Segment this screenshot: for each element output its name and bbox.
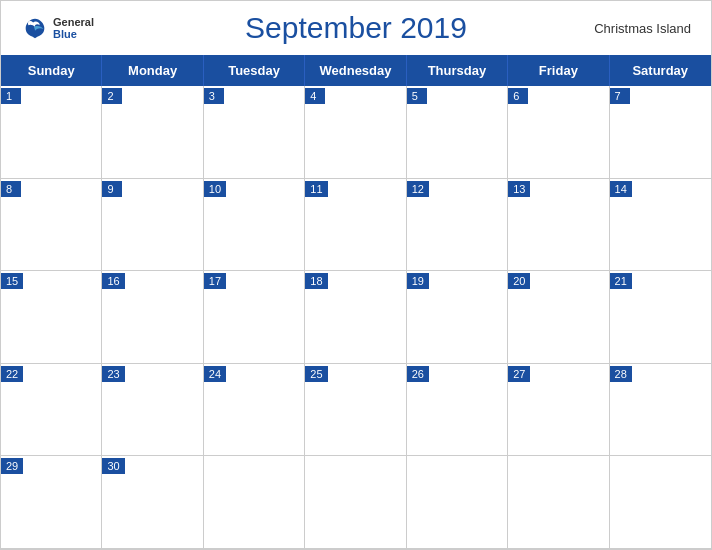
day-cell: 23 bbox=[102, 364, 203, 457]
day-cell bbox=[204, 456, 305, 549]
day-number: 12 bbox=[407, 181, 429, 197]
day-number: 9 bbox=[102, 181, 122, 197]
header-saturday: Saturday bbox=[610, 55, 711, 86]
day-number: 16 bbox=[102, 273, 124, 289]
day-cell: 8 bbox=[1, 179, 102, 272]
day-number: 22 bbox=[1, 366, 23, 382]
day-cell: 15 bbox=[1, 271, 102, 364]
calendar-grid: 1234567891011121314151617181920212223242… bbox=[1, 86, 711, 549]
calendar: General Blue September 2019 Christmas Is… bbox=[0, 0, 712, 550]
day-number: 17 bbox=[204, 273, 226, 289]
day-cell: 27 bbox=[508, 364, 609, 457]
day-cell: 28 bbox=[610, 364, 711, 457]
day-number: 26 bbox=[407, 366, 429, 382]
day-cell: 1 bbox=[1, 86, 102, 179]
logo-bird-icon bbox=[21, 14, 49, 42]
day-cell: 22 bbox=[1, 364, 102, 457]
day-cell: 29 bbox=[1, 456, 102, 549]
day-number: 24 bbox=[204, 366, 226, 382]
day-cell bbox=[407, 456, 508, 549]
day-cell: 12 bbox=[407, 179, 508, 272]
day-cell: 17 bbox=[204, 271, 305, 364]
day-number: 2 bbox=[102, 88, 122, 104]
day-cell bbox=[508, 456, 609, 549]
header-friday: Friday bbox=[508, 55, 609, 86]
day-number: 23 bbox=[102, 366, 124, 382]
day-number: 11 bbox=[305, 181, 327, 197]
day-number: 8 bbox=[1, 181, 21, 197]
day-cell: 14 bbox=[610, 179, 711, 272]
day-cell: 2 bbox=[102, 86, 203, 179]
day-cell: 20 bbox=[508, 271, 609, 364]
day-cell: 26 bbox=[407, 364, 508, 457]
day-cell: 24 bbox=[204, 364, 305, 457]
day-cell: 30 bbox=[102, 456, 203, 549]
day-number: 10 bbox=[204, 181, 226, 197]
day-number: 27 bbox=[508, 366, 530, 382]
calendar-title: September 2019 bbox=[245, 11, 467, 45]
logo-general-text: General bbox=[53, 16, 94, 28]
day-number: 18 bbox=[305, 273, 327, 289]
calendar-header: General Blue September 2019 Christmas Is… bbox=[1, 1, 711, 55]
day-cell: 11 bbox=[305, 179, 406, 272]
day-number: 7 bbox=[610, 88, 630, 104]
header-wednesday: Wednesday bbox=[305, 55, 406, 86]
header-monday: Monday bbox=[102, 55, 203, 86]
day-cell bbox=[610, 456, 711, 549]
day-cell: 3 bbox=[204, 86, 305, 179]
header-sunday: Sunday bbox=[1, 55, 102, 86]
calendar-location: Christmas Island bbox=[594, 21, 691, 36]
header-tuesday: Tuesday bbox=[204, 55, 305, 86]
day-number: 28 bbox=[610, 366, 632, 382]
day-cell: 7 bbox=[610, 86, 711, 179]
day-number: 5 bbox=[407, 88, 427, 104]
day-cell: 9 bbox=[102, 179, 203, 272]
day-number: 1 bbox=[1, 88, 21, 104]
day-number: 13 bbox=[508, 181, 530, 197]
days-of-week-header: Sunday Monday Tuesday Wednesday Thursday… bbox=[1, 55, 711, 86]
day-number: 20 bbox=[508, 273, 530, 289]
day-cell: 4 bbox=[305, 86, 406, 179]
logo-text: General Blue bbox=[53, 16, 94, 40]
day-cell: 5 bbox=[407, 86, 508, 179]
day-cell: 10 bbox=[204, 179, 305, 272]
day-number: 19 bbox=[407, 273, 429, 289]
day-cell: 25 bbox=[305, 364, 406, 457]
day-number: 25 bbox=[305, 366, 327, 382]
day-number: 3 bbox=[204, 88, 224, 104]
logo: General Blue bbox=[21, 14, 94, 42]
day-cell bbox=[305, 456, 406, 549]
day-number: 14 bbox=[610, 181, 632, 197]
day-number: 30 bbox=[102, 458, 124, 474]
day-number: 21 bbox=[610, 273, 632, 289]
day-cell: 19 bbox=[407, 271, 508, 364]
day-cell: 18 bbox=[305, 271, 406, 364]
day-number: 6 bbox=[508, 88, 528, 104]
day-number: 4 bbox=[305, 88, 325, 104]
day-number: 15 bbox=[1, 273, 23, 289]
logo-blue-text: Blue bbox=[53, 28, 94, 40]
day-cell: 21 bbox=[610, 271, 711, 364]
day-cell: 13 bbox=[508, 179, 609, 272]
day-number: 29 bbox=[1, 458, 23, 474]
day-cell: 6 bbox=[508, 86, 609, 179]
day-cell: 16 bbox=[102, 271, 203, 364]
header-thursday: Thursday bbox=[407, 55, 508, 86]
